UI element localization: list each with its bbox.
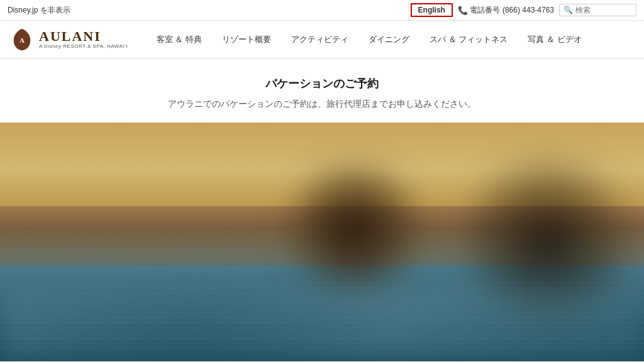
nav-activities[interactable]: アクティビティ <box>281 21 358 58</box>
english-button[interactable]: English <box>411 3 453 17</box>
phone-label: 電話番号 <box>470 5 500 16</box>
hide-disney-link[interactable]: Disney.jp を非表示 <box>8 5 70 16</box>
main-nav: 客室 ＆ 特典 リゾート概要 アクティビティ ダイニング スパ ＆ フィットネス… <box>147 21 634 58</box>
search-input[interactable] <box>575 6 632 14</box>
nav-rooms[interactable]: 客室 ＆ 特典 <box>147 21 212 58</box>
search-icon: 🔍 <box>564 6 573 14</box>
logo-area: A AULANI A Disney RESORT & SPA, HAWAI'I <box>10 28 128 52</box>
aulani-sub: A Disney RESORT & SPA, HAWAI'I <box>39 44 128 50</box>
top-bar: Disney.jp を非表示 English 📞 電話番号 (866) 443-… <box>0 0 644 21</box>
hero-image <box>0 123 644 361</box>
top-bar-right: English 📞 電話番号 (866) 443-4763 🔍 <box>411 3 636 17</box>
aulani-name: AULANI <box>39 29 128 44</box>
phone-section: 📞 電話番号 (866) 443-4763 <box>458 5 554 16</box>
top-bar-left: Disney.jp を非表示 <box>8 5 70 16</box>
page-title: バケーションのご予約 <box>10 76 634 91</box>
svg-text:A: A <box>19 36 25 44</box>
page-subtitle: アウラニでのバケーションのご予約は、旅行代理店までお申し込みください。 <box>10 99 634 110</box>
search-box: 🔍 <box>559 4 636 16</box>
header: A AULANI A Disney RESORT & SPA, HAWAI'I … <box>0 21 644 58</box>
phone-number: (866) 443-4763 <box>502 6 554 14</box>
nav-dining[interactable]: ダイニング <box>358 21 419 58</box>
nav-resort[interactable]: リゾート概要 <box>212 21 281 58</box>
aulani-logo-icon: A <box>10 28 34 52</box>
phone-icon: 📞 <box>458 6 468 15</box>
content-area: バケーションのご予約 アウラニでのバケーションのご予約は、旅行代理店までお申し込… <box>0 58 644 123</box>
nav-spa[interactable]: スパ ＆ フィットネス <box>419 21 518 58</box>
nav-photos[interactable]: 写真 ＆ ビデオ <box>518 21 591 58</box>
hero-canvas <box>0 123 644 361</box>
logo-text: AULANI A Disney RESORT & SPA, HAWAI'I <box>39 29 128 50</box>
